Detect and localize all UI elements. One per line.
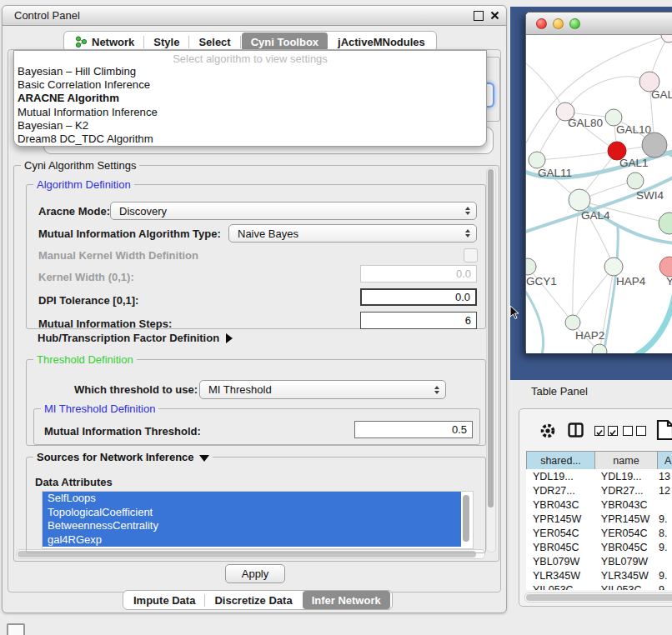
table-hscrollbar-thumb[interactable] <box>526 594 672 601</box>
columns-icon[interactable] <box>568 422 584 438</box>
table-row[interactable]: YBL079WYBL079W <box>526 554 672 568</box>
table-row[interactable]: YDR27...YDR27...12 <box>526 483 672 498</box>
algorithm-option[interactable]: Bayesian – Hill Climbing <box>14 65 486 78</box>
network-canvas[interactable]: GAL GAL80 GAL10 GAL1 GAL11 SWI4 GAL4 GCY… <box>526 35 672 353</box>
dpi-tolerance-field[interactable]: 0.0 <box>360 288 477 306</box>
hub-definition-toggle[interactable]: Hub/Transcription Factor Definition <box>38 332 233 344</box>
control-panel-titlebar[interactable]: Control Panel <box>3 6 506 26</box>
table-row[interactable]: YBR045CYBR045C9. <box>526 540 672 554</box>
select-all-icon[interactable] <box>594 426 618 436</box>
float-window-icon[interactable] <box>474 11 484 21</box>
tab-style[interactable]: Style <box>144 33 188 50</box>
aracne-mode-combo[interactable]: Discovery <box>110 202 477 220</box>
settings-vertical-scrollbar[interactable] <box>486 168 496 552</box>
table-row[interactable]: YDL19...YDL19...13 <box>526 469 672 483</box>
zoom-traffic-light-icon[interactable] <box>569 18 580 29</box>
attribute-item-selected[interactable]: TopologicalCoefficient <box>43 506 461 520</box>
attribute-item-selected[interactable]: gal4RGexp <box>43 533 461 548</box>
column-header-name[interactable]: name <box>595 452 658 470</box>
table-body[interactable]: YDL19...YDL19...13 YDR27...YDR27...12 YB… <box>526 469 672 590</box>
settings-scrollbar-thumb[interactable] <box>488 169 494 508</box>
which-threshold-combo[interactable]: MI Threshold <box>199 380 446 399</box>
tab-select[interactable]: Select <box>189 33 239 50</box>
node-hap2[interactable] <box>565 315 580 330</box>
node-gray[interactable] <box>642 132 667 158</box>
algorithm-definition-group: Algorithm Definition Aracne Mode: Discov… <box>26 184 486 329</box>
node-salmon-partial[interactable] <box>659 257 672 277</box>
combo-stepper-icon <box>465 207 470 215</box>
export-table-icon[interactable] <box>656 419 672 441</box>
tab-network[interactable]: Network <box>66 33 143 50</box>
network-icon <box>75 36 88 48</box>
apply-button[interactable]: Apply <box>225 564 285 583</box>
node-gal11[interactable] <box>529 152 545 168</box>
tab-discretize-data[interactable]: Discretize Data <box>205 592 301 608</box>
threshold-definition-title: Threshold Definition <box>33 353 137 366</box>
column-header-shared-name[interactable]: shared... <box>527 452 595 470</box>
node-swi4[interactable] <box>627 172 644 189</box>
which-threshold-label: Which threshold to use: <box>74 383 198 396</box>
settings-group-title: Cyni Algorithm Settings <box>21 159 139 172</box>
algorithm-option[interactable]: Dream8 DC_TDC Algorithm <box>14 132 486 146</box>
list-scrollbar-thumb[interactable] <box>463 495 469 542</box>
aracne-mode-label: Aracne Mode: <box>38 205 110 218</box>
kernel-width-field[interactable]: 0.0 <box>360 265 477 282</box>
mi-threshold-group-title: MI Threshold Definition <box>41 402 158 415</box>
network-window-titlebar[interactable] <box>526 12 672 35</box>
cyni-algorithm-settings-group: Cyni Algorithm Settings Algorithm Defini… <box>13 165 499 562</box>
node-gcy1[interactable] <box>526 258 536 275</box>
algorithm-option[interactable]: Bayesian – K2 <box>14 119 486 132</box>
node-label: Y <box>666 275 672 288</box>
mi-threshold-field[interactable]: 0.5 <box>354 421 473 438</box>
deselect-all-icon[interactable] <box>623 426 646 436</box>
node-label: GAL4 <box>581 209 610 222</box>
table-row[interactable]: YBR043CYBR043C <box>526 498 672 512</box>
collapsed-arrow-icon[interactable] <box>226 333 233 343</box>
kernel-width-label: Kernel Width (0,1): <box>38 271 134 283</box>
table-row[interactable]: YLR345WYLR345W9. <box>526 568 672 582</box>
node-gal4[interactable] <box>569 189 590 211</box>
network-view-window: GAL GAL80 GAL10 GAL1 GAL11 SWI4 GAL4 GCY… <box>525 12 672 353</box>
table-row[interactable]: YIL053CYIL053C9. <box>526 582 672 590</box>
minimized-panel-icon[interactable] <box>7 623 25 635</box>
gear-icon[interactable] <box>539 422 556 439</box>
manual-kernel-checkbox[interactable] <box>464 248 478 262</box>
expanded-arrow-icon[interactable] <box>199 455 209 462</box>
algorithm-option-selected[interactable]: ARACNE Algorithm <box>14 92 486 105</box>
table-horizontal-scrollbar[interactable] <box>524 592 672 602</box>
tab-cyni-toolbox[interactable]: Cyni Toolbox <box>242 32 328 51</box>
mi-type-label: Mutual Information Algorithm Type: <box>38 228 221 240</box>
node-label: HAP2 <box>575 329 604 342</box>
node-label: GAL <box>651 88 672 101</box>
table-row[interactable]: YER054CYER054C8. <box>526 526 672 540</box>
sources-group-title[interactable]: Sources for Network Inference <box>33 451 213 463</box>
data-attributes-list[interactable]: SelfLoops TopologicalCoefficient Between… <box>42 491 474 549</box>
algorithm-option[interactable]: Mutual Information Inference <box>14 106 486 119</box>
mi-steps-field[interactable]: 6 <box>360 312 477 329</box>
popup-prompt: Select algorithm to view settings <box>14 51 486 65</box>
mi-threshold-label: Mutual Information Threshold: <box>44 425 201 438</box>
table-header-row: shared... name A <box>526 451 672 469</box>
node-label: GCY1 <box>526 275 557 288</box>
tab-impute-data[interactable]: Impute Data <box>124 592 204 608</box>
algorithm-option[interactable]: Basic Correlation Inference <box>14 78 486 92</box>
algorithm-popup-list: Select algorithm to view settings Bayesi… <box>13 50 487 147</box>
column-header-partial[interactable]: A <box>658 452 672 470</box>
node-green-partial[interactable] <box>659 212 672 234</box>
tab-infer-network[interactable]: Infer Network <box>303 591 390 609</box>
minimize-traffic-light-icon[interactable] <box>553 18 564 29</box>
node-partial-top[interactable] <box>661 35 672 42</box>
table-row[interactable]: YPR145WYPR145W9. <box>526 512 672 526</box>
close-icon[interactable] <box>490 11 499 20</box>
attribute-item-selected[interactable]: BetweennessCentrality <box>43 519 461 533</box>
mi-steps-label: Mutual Information Steps: <box>38 318 172 330</box>
close-traffic-light-icon[interactable] <box>536 18 547 29</box>
combo-stepper-icon <box>465 229 470 238</box>
node-hap4[interactable] <box>604 258 623 276</box>
mi-algorithm-type-combo[interactable]: Naive Bayes <box>228 224 477 242</box>
table-panel-title: Table Panel <box>531 385 588 398</box>
data-attributes-label: Data Attributes <box>35 476 113 488</box>
tab-jactivemnodules[interactable]: jActiveMNodules <box>328 33 434 50</box>
node-label: SWI4 <box>636 189 664 202</box>
attribute-item-selected[interactable]: SelfLoops <box>43 492 461 506</box>
